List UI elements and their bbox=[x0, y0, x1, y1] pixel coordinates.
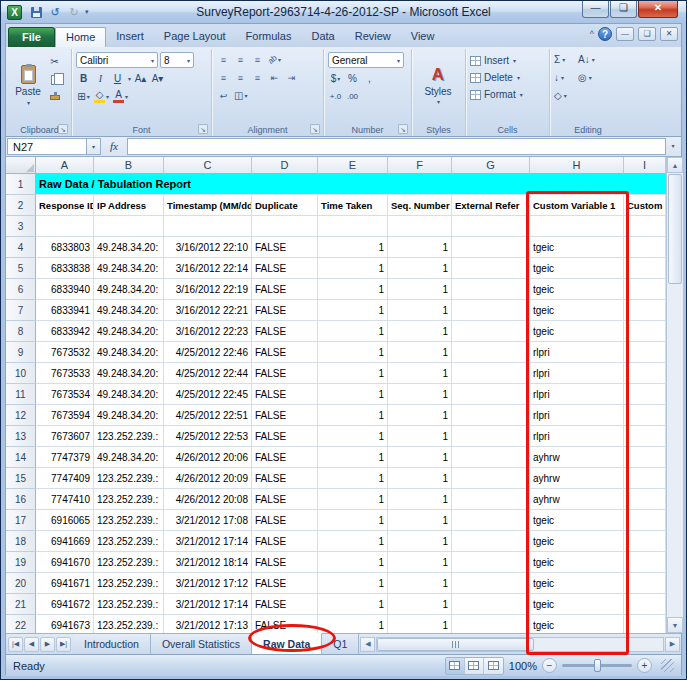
cell-C7[interactable]: 3/16/2012 22:21 bbox=[164, 300, 252, 321]
cell-F16[interactable]: 1 bbox=[388, 489, 452, 510]
sort-filter-button[interactable]: A↓▾ bbox=[578, 52, 600, 67]
normal-view-button[interactable] bbox=[446, 658, 465, 674]
column-header-A[interactable]: A bbox=[36, 157, 94, 174]
cell-E15[interactable]: 1 bbox=[318, 468, 388, 489]
cell-A3[interactable] bbox=[36, 216, 94, 237]
cell-G5[interactable] bbox=[452, 258, 530, 279]
font-size-combo[interactable]: 8▾ bbox=[160, 52, 194, 68]
insert-function-button[interactable]: fx bbox=[101, 138, 127, 155]
align-center-button[interactable]: ≡ bbox=[233, 70, 248, 85]
close-button[interactable]: ✕ bbox=[638, 1, 678, 18]
cell-E17[interactable]: 1 bbox=[318, 510, 388, 531]
bold-button[interactable]: B bbox=[76, 71, 91, 86]
cell-B11[interactable]: 49.248.34.20: bbox=[94, 384, 164, 405]
row-header-6[interactable]: 6 bbox=[6, 279, 36, 300]
workbook-close-button[interactable]: ✕ bbox=[660, 27, 678, 41]
page-break-view-button[interactable] bbox=[484, 658, 503, 674]
cell-E10[interactable]: 1 bbox=[318, 363, 388, 384]
cell-B14[interactable]: 49.248.34.20: bbox=[94, 447, 164, 468]
cell-D3[interactable] bbox=[252, 216, 318, 237]
cell-I7[interactable] bbox=[624, 300, 666, 321]
cell-B6[interactable]: 49.248.34.20: bbox=[94, 279, 164, 300]
row-header-4[interactable]: 4 bbox=[6, 237, 36, 258]
cell-F13[interactable]: 1 bbox=[388, 426, 452, 447]
cell-I10[interactable] bbox=[624, 363, 666, 384]
underline-button[interactable]: U bbox=[110, 71, 125, 86]
align-middle-button[interactable]: ≡ bbox=[233, 52, 248, 67]
cell-B12[interactable]: 49.248.34.20: bbox=[94, 405, 164, 426]
cell-F15[interactable]: 1 bbox=[388, 468, 452, 489]
cell-I19[interactable] bbox=[624, 552, 666, 573]
cell-G7[interactable] bbox=[452, 300, 530, 321]
cell-A7[interactable]: 6833941 bbox=[36, 300, 94, 321]
cell-A18[interactable]: 6941669 bbox=[36, 531, 94, 552]
workbook-minimize-button[interactable]: — bbox=[616, 27, 634, 41]
column-header-B[interactable]: B bbox=[94, 157, 164, 174]
underline-dropdown-icon[interactable]: ▾ bbox=[128, 75, 131, 82]
cell-I11[interactable] bbox=[624, 384, 666, 405]
title-bar[interactable]: X ↺ ↻ ▾ SurveyReport-2963714-4-26-2012-S… bbox=[1, 1, 686, 23]
currency-button[interactable]: $▾ bbox=[328, 71, 343, 86]
cell-D17[interactable]: FALSE bbox=[252, 510, 318, 531]
cell-C14[interactable]: 4/26/2012 20:06 bbox=[164, 447, 252, 468]
cell-B20[interactable]: 123.252.239.: bbox=[94, 573, 164, 594]
cell-E13[interactable]: 1 bbox=[318, 426, 388, 447]
autosum-button[interactable]: Σ▾ bbox=[554, 52, 576, 67]
cell-D2[interactable]: Duplicate bbox=[252, 195, 318, 216]
cell-A8[interactable]: 6833942 bbox=[36, 321, 94, 342]
scroll-left-button[interactable]: ◀ bbox=[360, 637, 375, 652]
decrease-indent-button[interactable]: ⇤ bbox=[267, 70, 282, 85]
cell-G3[interactable] bbox=[452, 216, 530, 237]
cell-A22[interactable]: 6941673 bbox=[36, 615, 94, 633]
cell-A10[interactable]: 7673533 bbox=[36, 363, 94, 384]
cell-G8[interactable] bbox=[452, 321, 530, 342]
excel-app-icon[interactable]: X bbox=[7, 5, 22, 20]
cell-E14[interactable]: 1 bbox=[318, 447, 388, 468]
cell-D10[interactable]: FALSE bbox=[252, 363, 318, 384]
cell-F4[interactable]: 1 bbox=[388, 237, 452, 258]
scroll-right-button[interactable]: ▶ bbox=[665, 637, 680, 652]
cell-G13[interactable] bbox=[452, 426, 530, 447]
row-header-11[interactable]: 11 bbox=[6, 384, 36, 405]
align-right-button[interactable]: ≡ bbox=[250, 70, 265, 85]
cell-D14[interactable]: FALSE bbox=[252, 447, 318, 468]
row-header-14[interactable]: 14 bbox=[6, 447, 36, 468]
cell-E4[interactable]: 1 bbox=[318, 237, 388, 258]
fill-button[interactable]: ↓▾ bbox=[554, 70, 576, 85]
cell-C8[interactable]: 3/16/2012 22:23 bbox=[164, 321, 252, 342]
wrap-text-button[interactable]: ↩ bbox=[216, 88, 231, 103]
align-bottom-button[interactable]: ≡ bbox=[250, 52, 265, 67]
cell-C21[interactable]: 3/21/2012 17:14 bbox=[164, 594, 252, 615]
first-sheet-button[interactable]: |◀ bbox=[8, 637, 23, 652]
cell-F6[interactable]: 1 bbox=[388, 279, 452, 300]
cut-button[interactable]: ✂ bbox=[47, 54, 62, 69]
cell-C2[interactable]: Timestamp (MM/dd bbox=[164, 195, 252, 216]
cell-B13[interactable]: 123.252.239.: bbox=[94, 426, 164, 447]
column-header-H[interactable]: H bbox=[530, 157, 624, 174]
row-header-16[interactable]: 16 bbox=[6, 489, 36, 510]
previous-sheet-button[interactable]: ◀ bbox=[24, 637, 39, 652]
row-header-17[interactable]: 17 bbox=[6, 510, 36, 531]
cell-D9[interactable]: FALSE bbox=[252, 342, 318, 363]
cell-A5[interactable]: 6833838 bbox=[36, 258, 94, 279]
cell-E19[interactable]: 1 bbox=[318, 552, 388, 573]
qat-customize-dropdown[interactable]: ▾ bbox=[85, 8, 89, 16]
cell-F9[interactable]: 1 bbox=[388, 342, 452, 363]
cell-A17[interactable]: 6916065 bbox=[36, 510, 94, 531]
cell-F10[interactable]: 1 bbox=[388, 363, 452, 384]
resize-grip-icon[interactable] bbox=[661, 659, 674, 672]
cell-B18[interactable]: 123.252.239.: bbox=[94, 531, 164, 552]
next-sheet-button[interactable]: ▶ bbox=[40, 637, 55, 652]
paste-button[interactable]: Paste ▾ bbox=[12, 52, 44, 118]
orientation-button[interactable]: ab▾ bbox=[267, 52, 282, 67]
minimize-button[interactable]: — bbox=[582, 1, 609, 18]
number-format-combo[interactable]: General▾ bbox=[328, 52, 404, 68]
ribbon-tab-formulas[interactable]: Formulas bbox=[236, 27, 302, 47]
ribbon-tab-home[interactable]: Home bbox=[55, 27, 106, 47]
alignment-dialog-launcher[interactable]: ↘ bbox=[310, 124, 320, 134]
cell-A12[interactable]: 7673594 bbox=[36, 405, 94, 426]
cell-F2[interactable]: Seq. Number bbox=[388, 195, 452, 216]
cell-I9[interactable] bbox=[624, 342, 666, 363]
cell-G18[interactable] bbox=[452, 531, 530, 552]
cell-F20[interactable]: 1 bbox=[388, 573, 452, 594]
